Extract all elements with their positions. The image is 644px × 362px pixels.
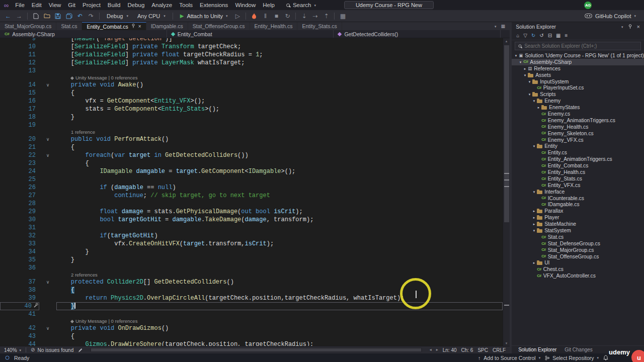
close-icon[interactable]: × [138,24,141,29]
code-line[interactable]: 24 IDamgable damgable = target.GetCompon… [0,167,503,175]
code-line[interactable]: 35 } [0,256,503,264]
new-tab-group-icon[interactable]: ▦ [501,24,506,29]
tab-Stat_OffenseGroup.cs[interactable]: Stat_OffenseGroup.cs [188,22,250,30]
code-line[interactable]: 42∨ private void OnDrawGizmos() [0,324,503,332]
tree-item[interactable]: C#Stat_MajorGroup.cs [512,247,644,253]
edit-pencil-icon[interactable] [78,348,83,352]
menu-analyze[interactable]: Analyze [148,1,176,9]
navigate-forward-icon[interactable]: → [14,12,24,21]
code-line[interactable]: 21 { [0,143,503,151]
tree-chevron-icon[interactable]: ▸ [532,209,536,213]
tree-chevron-icon[interactable]: ▾ [532,229,536,232]
save-icon[interactable] [53,12,63,21]
save-all-icon[interactable] [64,12,74,21]
tree-item[interactable]: C#Enemy_Health.cs [512,124,644,130]
scroll-down-icon[interactable]: ▾ [503,341,510,345]
tree-item[interactable]: C#Enemy.cs [512,111,644,117]
type-dropdown[interactable]: Entity_Combat [167,30,334,38]
code-line[interactable]: 31 [0,224,503,232]
tree-item[interactable]: ▾Assets [512,72,644,78]
tree-item[interactable]: C#Entity_Combat.cs [512,162,644,169]
scroll-left-icon[interactable]: ◂ [430,348,432,352]
step-into-icon[interactable]: ⇣ [299,12,309,21]
tree-chevron-icon[interactable]: ▸ [532,216,536,219]
tree-item[interactable]: ▸▤References [512,65,644,72]
stop-debugging-icon[interactable]: ■ [271,12,281,21]
filter-icon[interactable]: ▽ [523,33,527,38]
tab-Entity_Combat.cs[interactable]: Entity_Combat.cs× [82,22,146,30]
fold-chevron-icon[interactable]: ∨ [39,278,56,286]
tree-chevron-icon[interactable]: ▸ [523,67,527,70]
code-line[interactable]: 30 bool targetGotHit = damgable.TakeDama… [0,216,503,224]
code-line[interactable]: 33 vfx.CreateOnHitVFX(target.transform,i… [0,240,503,248]
code-line[interactable]: 44 Gizmos.DrawWireSphere(targetCheck.pos… [0,340,503,346]
tree-item[interactable]: C#VFX_AutoController.cs [512,273,644,279]
code-line[interactable]: 39 return Physics2D.OverlapCircleAll(tar… [0,294,503,302]
show-all-files-icon[interactable]: ▦ [556,33,560,38]
code-line[interactable]: 32 if(targetGotHit) [0,232,503,240]
step-over-icon[interactable]: ⇢ [310,12,320,21]
tree-chevron-icon[interactable]: ▾ [518,60,523,64]
tab-list-icon[interactable]: ▾ [495,25,497,28]
tree-item[interactable]: C#Enemy_AnimationTriggers.cs [512,117,644,124]
break-all-icon[interactable]: ‖ [260,12,270,21]
menu-git[interactable]: Git [64,1,79,9]
codelens-label[interactable]: Unity Message | 0 references [56,318,137,324]
solution-search-input[interactable] [524,43,637,49]
search-control[interactable]: Search ▾ [282,2,320,9]
refresh-icon[interactable]: ↺ [539,33,543,38]
redo-icon[interactable]: ↷ [86,12,96,21]
line-indicator[interactable]: Ln: 40 [443,347,457,353]
collapse-all-icon[interactable]: ⊟ [548,33,552,38]
code-content[interactable]: 9 [Header("Target detection")]10 [Serial… [0,38,503,346]
codelens-label[interactable]: 1 reference [56,129,95,135]
tree-chevron-icon[interactable]: ▾ [527,93,532,96]
tree-item[interactable]: C#Enemy_Skeleton.cs [512,130,644,137]
code-line[interactable]: 36 [0,264,503,272]
code-line[interactable]: 16 vfx = GetComponent<Entity_VFX>(); [0,97,503,105]
tree-chevron-icon[interactable]: ▸ [532,261,536,264]
tree-item[interactable]: C#Entity_Stats.cs [512,175,644,182]
code-line[interactable]: 12 [SerializeField] private LayerMask wh… [0,59,503,67]
codelens-label[interactable]: Unity Message | 0 references [56,75,137,81]
tree-item[interactable]: ▾InputSystem [512,78,644,85]
tree-item[interactable]: ▸StateMachine [512,221,644,227]
tree-item[interactable]: C#Chest.cs [512,266,644,273]
tree-item[interactable]: ▸Parallax [512,208,644,214]
code-line[interactable]: 17 stats = GetComponent<Entity_Stats>(); [0,105,503,113]
code-line[interactable]: 29 float damage = stats.GetPhyiscalDamag… [0,208,503,216]
tree-item[interactable]: ▾StatSystem [512,227,644,234]
spaces-indicator[interactable]: SPC [477,347,488,353]
codelens-row[interactable]: Unity Message | 0 references [0,75,503,81]
tree-item[interactable]: C#Enemy_VFX.cs [512,137,644,143]
quick-actions-icon[interactable] [33,302,38,310]
code-editor[interactable]: 9 [Header("Target detection")]10 [Serial… [0,38,510,346]
codelens-row[interactable]: 1 reference [0,129,503,135]
horizontal-scrollbar[interactable] [90,348,422,352]
menu-debug[interactable]: Debug [124,1,148,9]
tree-chevron-icon[interactable]: ▾ [532,190,536,194]
code-line[interactable]: 11 [SerializeField] private float target… [0,51,503,59]
notifications-bell-icon[interactable] [603,355,608,360]
code-line[interactable]: 19 [0,121,503,129]
attach-to-unity-button[interactable]: ▶ Attach to Unity ▾ [176,13,232,20]
code-line[interactable]: 22∨ foreach(var target in GetDetectedCol… [0,151,503,159]
pin-icon[interactable] [628,24,632,29]
code-line[interactable]: 9 [Header("Target detection")] [0,38,503,43]
tree-item[interactable]: C#Entity.cs [512,149,644,156]
tree-item[interactable]: ▸Player [512,214,644,221]
open-folder-icon[interactable] [42,12,52,21]
properties-icon[interactable]: ≡ [565,33,568,38]
menu-view[interactable]: View [45,1,65,9]
code-line[interactable]: 13 [0,67,503,75]
scroll-right-icon[interactable]: ▸ [436,348,438,352]
add-to-source-control-button[interactable]: ↑ Add to Source Control ▾ [478,355,540,361]
panel-tab-solution-explorer[interactable]: Solution Explorer [515,347,560,352]
tree-item[interactable]: ▾▣Solution 'Udemy Course - RPG New' (1 o… [512,52,644,59]
tree-item[interactable]: C#Stat_DefenseGroup.cs [512,240,644,247]
member-dropdown[interactable]: GetDetectedColliders() [334,30,501,38]
code-line[interactable]: 41 [0,310,503,318]
code-line[interactable]: 37∨ protected Collider2D[] GetDetectedCo… [0,278,503,286]
code-line[interactable]: 26 if (damgable == null) [0,184,503,192]
code-line[interactable]: 25 [0,175,503,184]
